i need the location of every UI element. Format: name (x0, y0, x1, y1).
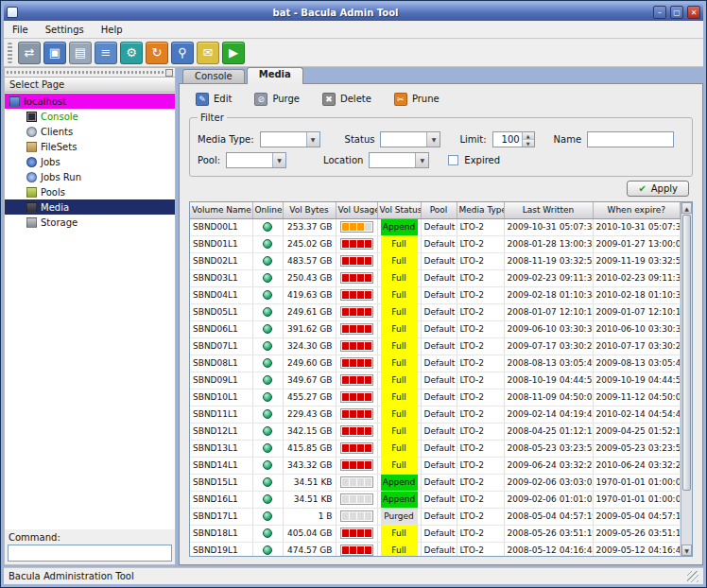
minimize-button[interactable]: – (653, 6, 666, 19)
media-type-select[interactable]: ▼ (260, 131, 320, 147)
tree-header[interactable]: Select Page (5, 77, 175, 93)
filter-row-1: Media Type: ▼ Status ▼ Limit: 100 (198, 131, 684, 147)
tab-console[interactable]: Console (182, 69, 245, 84)
scroll-up-icon[interactable]: ▲ (681, 202, 692, 214)
prune-button[interactable]: ✂ Prune (388, 90, 446, 109)
online-cell (252, 303, 283, 320)
table-row[interactable]: SBND02L1483.57 GBFullDefaultLTO-22008-11… (190, 252, 681, 269)
table-row[interactable]: SBND17L11 BPurgedDefaultLTO-22008-05-04 … (190, 508, 681, 525)
col-volume-name[interactable]: Volume Name (190, 202, 252, 218)
edit-button[interactable]: ✎ Edit (189, 90, 238, 109)
apply-button[interactable]: ✔ Apply (627, 181, 689, 197)
sidebar-item-storage[interactable]: Storage (5, 215, 175, 230)
vol-usage-cell (336, 218, 377, 235)
clients-icon (26, 127, 37, 137)
titlebar[interactable]: bat - Bacula Admin Tool – ▢ ✕ (4, 4, 703, 21)
sidebar-item-filesets[interactable]: FileSets (5, 139, 175, 154)
vol-status-cell: Append (377, 491, 421, 508)
expired-checkbox[interactable] (448, 155, 458, 165)
sidebar-item-console[interactable]: Console (5, 109, 175, 124)
resize-grip[interactable] (687, 571, 698, 582)
vol-usage-cell (336, 235, 377, 252)
purge-button[interactable]: ⊘ Purge (248, 90, 306, 109)
col-pool[interactable]: Pool (421, 202, 457, 218)
location-select[interactable]: ▼ (369, 152, 429, 168)
pool-label: Pool: (198, 155, 220, 165)
media-table: Volume Name Online Vol Bytes Vol Usage V… (190, 202, 681, 556)
table-row[interactable]: SBND01L1245.02 GBFullDefaultLTO-22008-01… (190, 235, 681, 252)
sidebar-item-clients[interactable]: Clients (5, 124, 175, 139)
vol-usage-cell (336, 440, 377, 457)
table-row[interactable]: SBND06L1391.62 GBFullDefaultLTO-22009-06… (190, 320, 681, 337)
connect-icon[interactable]: ⇄ (18, 42, 41, 64)
delete-button[interactable]: ✖ Delete (316, 90, 378, 109)
menu-settings[interactable]: Settings (37, 23, 93, 37)
dock-detach-icon[interactable] (165, 69, 173, 77)
table-row[interactable]: SBND08L1249.60 GBFullDefaultLTO-22008-08… (190, 355, 681, 372)
limit-spinner[interactable]: 100 ▲ ▼ (492, 131, 535, 147)
table-row[interactable]: SBND00L1253.37 GBAppendDefaultLTO-22009-… (190, 218, 681, 235)
col-last-written[interactable]: Last Written (504, 202, 593, 218)
pool-select[interactable]: ▼ (226, 152, 286, 168)
scroll-down-icon[interactable]: ▼ (681, 545, 692, 556)
table-row[interactable]: SBND03L1250.43 GBFullDefaultLTO-22009-02… (190, 269, 681, 286)
save-icon[interactable]: ▤ (69, 42, 92, 64)
search-icon[interactable]: ⚲ (171, 42, 194, 64)
console-icon[interactable]: ▣ (43, 42, 66, 64)
scrollbar-thumb[interactable] (682, 215, 691, 491)
table-row[interactable]: SBND09L1349.67 GBFullDefaultLTO-22008-10… (190, 372, 681, 389)
tree-item-label: Pools (41, 187, 65, 198)
report-icon[interactable]: ≡ (95, 42, 117, 64)
vol-status-cell: Append (377, 218, 421, 235)
label-icon[interactable]: ✉ (197, 42, 219, 64)
sidebar-item-jobs[interactable]: Jobs (5, 154, 175, 169)
last-written-cell: 2008-04-25 01:12:13 (504, 423, 593, 440)
jobsrun-icon (26, 172, 37, 182)
table-row[interactable]: SBND18L1405.04 GBFullDefaultLTO-22008-05… (190, 525, 681, 542)
col-vol-status[interactable]: Vol Status (377, 202, 421, 218)
refresh-icon[interactable]: ↻ (146, 42, 168, 64)
command-input[interactable] (8, 545, 172, 562)
menu-file[interactable]: File (4, 23, 37, 37)
sidebar-item-jobs-run[interactable]: Jobs Run (5, 169, 175, 184)
run-job-icon[interactable]: ⚙ (120, 42, 143, 64)
toolbar-drag-handle[interactable] (8, 43, 12, 63)
col-when-expire[interactable]: When expire? (593, 202, 681, 218)
vol-bytes-cell: 349.67 GB (283, 372, 336, 389)
table-row[interactable]: SBND10L1455.27 GBFullDefaultLTO-22008-11… (190, 389, 681, 406)
online-cell (252, 474, 283, 491)
maximize-button[interactable]: ▢ (670, 6, 683, 19)
table-row[interactable]: SBND16L134.51 KBAppendDefaultLTO-22009-0… (190, 491, 681, 508)
table-row[interactable]: SBND14L1343.32 GBFullDefaultLTO-22009-06… (190, 457, 681, 474)
sidebar-item-pools[interactable]: Pools (5, 184, 175, 199)
table-row[interactable]: SBND13L1415.85 GBFullDefaultLTO-22008-05… (190, 440, 681, 457)
table-row[interactable]: SBND15L134.51 KBAppendDefaultLTO-22009-0… (190, 474, 681, 491)
col-media-type[interactable]: Media Type (457, 202, 504, 218)
tree-item-label: Console (41, 112, 78, 122)
table-row[interactable]: SBND07L1324.30 GBFullDefaultLTO-22009-07… (190, 337, 681, 355)
table-row[interactable]: SBND05L1249.61 GBFullDefaultLTO-22008-01… (190, 303, 681, 320)
spin-up-icon[interactable]: ▲ (523, 132, 534, 139)
online-icon (263, 324, 272, 334)
table-row[interactable]: SBND11L1229.43 GBFullDefaultLTO-22009-02… (190, 406, 681, 423)
col-vol-bytes[interactable]: Vol Bytes (283, 202, 336, 218)
table-scrollbar[interactable]: ▲ ▼ (681, 202, 692, 556)
pool-cell: Default (421, 457, 457, 474)
col-vol-usage[interactable]: Vol Usage (336, 202, 377, 218)
table-row[interactable]: SBND19L1474.57 GBFullDefaultLTO-22008-05… (190, 542, 681, 556)
table-row[interactable]: SBND04L1419.63 GBFullDefaultLTO-22009-02… (190, 286, 681, 303)
table-row[interactable]: SBND12L1342.15 GBFullDefaultLTO-22008-04… (190, 423, 681, 440)
close-button[interactable]: ✕ (687, 6, 700, 19)
col-online[interactable]: Online (252, 202, 283, 218)
tab-media[interactable]: Media (247, 67, 303, 84)
sidebar-item-media[interactable]: Media (5, 199, 175, 215)
spin-down-icon[interactable]: ▼ (523, 139, 534, 147)
vol-bytes-cell: 455.27 GB (283, 389, 336, 406)
vol-status-badge: Append (381, 475, 418, 491)
dock-handle[interactable] (5, 68, 175, 77)
status-select[interactable]: ▼ (380, 131, 440, 147)
sidebar-item-localhost[interactable]: localhost (5, 94, 175, 109)
start-icon[interactable]: ▶ (222, 42, 245, 64)
name-input[interactable] (587, 131, 674, 147)
menu-help[interactable]: Help (93, 23, 131, 37)
